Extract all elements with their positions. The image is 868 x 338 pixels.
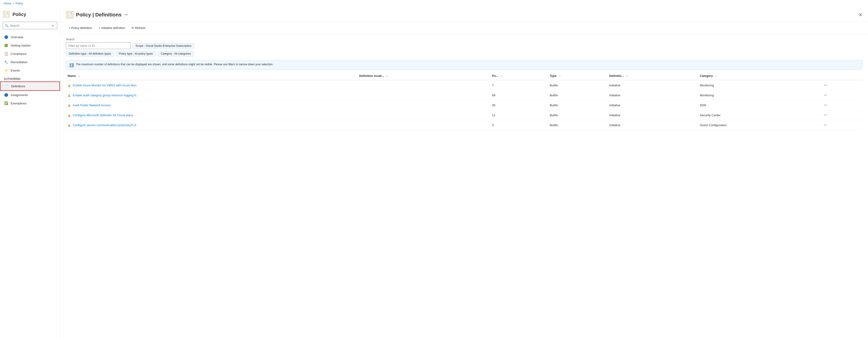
compliance-icon: 📋 [4,52,8,56]
cell-type-4: BuiltIn [548,120,608,130]
type-sort-icon[interactable]: ↑↓ [558,74,561,77]
sidebar-item-label-overview: Overview [11,35,23,39]
cell-policy-count-4: 3 [490,120,548,130]
row-name-link-3[interactable]: Configure Microsoft Defender for Cloud p… [73,113,133,117]
cell-category-4: Guest Configuration [698,120,820,130]
main-layout: 📄 Policy 🔍 « 🔵 Overview 🟢 Getting starte… [0,7,868,338]
row-name-link-0[interactable]: Enable Azure Monitor for VMSS with Azure… [73,83,137,87]
row-more-button-0[interactable]: ··· [822,82,829,88]
sidebar-item-label-assignments: Assignments [11,93,28,97]
sidebar-search-box: 🔍 « [3,22,57,29]
cell-category-3: Security Center [698,110,820,120]
table-row: 🔒 Enable audit category group resource l… [66,90,863,100]
lock-icon-1: 🔒 [68,94,71,97]
category-sort-icon[interactable]: ↑↓ [715,74,717,77]
filters-area: Search Scope : Visual Studio Enterprise … [60,34,868,58]
cell-def-location-3 [358,110,490,120]
breadcrumb-home[interactable]: Home [4,2,11,5]
cell-name-1: 🔒 Enable audit category group resource l… [66,90,358,100]
cell-more-1: ··· [820,90,863,100]
col-actions [820,72,863,80]
table-header-row: Name ↑↓ Definition locati... ↑↓ Po... ↑↓ [66,72,863,80]
row-more-button-1[interactable]: ··· [822,93,829,98]
info-icon: ℹ️ [69,63,74,67]
sidebar-item-definitions[interactable]: 📄 Definitions [0,81,60,91]
filter-row-2: Definition type : All definition types P… [66,51,863,57]
lock-icon-2: 🔒 [68,104,71,107]
table-container: Name ↑↓ Definition locati... ↑↓ Po... ↑↓ [60,72,868,130]
table-row: 🔒 Configure Microsoft Defender for Cloud… [66,110,863,120]
refresh-button[interactable]: ↻ Refresh [129,25,148,31]
toolbar: + Policy definition + Initiative definit… [60,22,868,34]
definition-type-sort-icon[interactable]: ↑↓ [625,74,628,77]
cell-policy-count-3: 11 [490,110,548,120]
app-container: Home > Policy 📄 Policy 🔍 « 🔵 [0,0,868,338]
row-more-button-2[interactable]: ··· [822,103,829,108]
cell-more-4: ··· [820,120,863,130]
cell-name-4: 🔒 Configure secure communication protoco… [66,120,358,130]
sidebar-search-input[interactable] [10,24,49,27]
definition-type-filter-tag[interactable]: Definition type : All definition types [66,51,114,57]
row-more-button-4[interactable]: ··· [822,123,829,128]
name-sort-icon[interactable]: ↑↓ [78,74,80,77]
category-filter-tag[interactable]: Category : All categories [158,51,194,57]
content-area: 📄 Policy | Definitions ··· ✕ + Policy de… [60,7,868,338]
sidebar-item-events[interactable]: ⚡ Events [0,66,60,74]
more-options-button[interactable]: ··· [124,12,128,18]
breadcrumb-current[interactable]: Policy [16,2,23,5]
cell-policy-count-0: 7 [490,80,548,90]
col-definition-type[interactable]: Definitio... ↑↓ [608,72,698,80]
policy-type-filter-tag[interactable]: Policy type : All policy types [116,51,156,57]
definitions-table: Name ↑↓ Definition locati... ↑↓ Po... ↑↓ [66,72,863,130]
cell-policy-count-2: 35 [490,100,548,110]
row-more-button-3[interactable]: ··· [822,112,829,117]
lock-icon-3: 🔒 [68,114,71,117]
sidebar-item-exemptions[interactable]: ✅ Exemptions [0,99,60,107]
sidebar-item-overview[interactable]: 🔵 Overview [0,33,60,41]
table-row: 🔒 Configure secure communication protoco… [66,120,863,130]
sidebar-item-label-compliance: Compliance [11,52,27,56]
row-name-link-1[interactable]: Enable audit category group resource log… [73,94,137,97]
info-message: The maximum number of definitions that c… [76,63,273,66]
cell-def-location-1 [358,90,490,100]
row-name-link-4[interactable]: Configure secure communication protocols… [73,124,136,127]
col-definition-location[interactable]: Definition locati... ↑↓ [358,72,490,80]
scope-filter-tag[interactable]: Scope : Visual Studio Enterprise Subscri… [132,43,194,48]
sidebar-item-label-exemptions: Exemptions [11,102,26,105]
cell-definition-type-4: Initiative [608,120,698,130]
close-button[interactable]: ✕ [859,12,863,18]
cell-def-location-2 [358,100,490,110]
filter-input[interactable] [66,42,131,49]
breadcrumb: Home > Policy [0,0,868,7]
cell-more-0: ··· [820,80,863,90]
initiative-definition-button[interactable]: + Initiative definition [96,25,128,31]
cell-name-2: 🔒 Audit Public Network Access [66,100,358,110]
cell-category-0: Monitoring [698,80,820,90]
filter-row: Scope : Visual Studio Enterprise Subscri… [66,42,863,49]
sidebar-item-compliance[interactable]: 📋 Compliance [0,49,60,58]
collapse-button[interactable]: « [50,23,55,28]
cell-name-3: 🔒 Configure Microsoft Defender for Cloud… [66,110,358,120]
cell-more-2: ··· [820,100,863,110]
exemptions-icon: ✅ [4,101,8,106]
cell-def-location-0 [358,80,490,90]
table-body: 🔒 Enable Azure Monitor for VMSS with Azu… [66,80,863,130]
policy-definition-button[interactable]: + Policy definition [66,25,95,31]
row-name-link-2[interactable]: Audit Public Network Access [72,103,111,107]
sidebar-item-label-definitions: Definitions [11,84,25,88]
cell-definition-type-1: Initiative [608,90,698,100]
authoring-section-label: Authoring [0,74,60,81]
cell-definition-type-2: Initiative [608,100,698,110]
cell-more-3: ··· [820,110,863,120]
sidebar-item-assignments[interactable]: 🔵 Assignments [0,91,60,99]
sidebar-item-getting-started[interactable]: 🟢 Getting started [0,41,60,49]
col-category[interactable]: Category ↑↓ [698,72,820,80]
sidebar-item-remediation[interactable]: 🔧 Remediation [0,58,60,66]
policy-count-sort-icon[interactable]: ↑↓ [500,74,503,77]
col-name[interactable]: Name ↑↓ [66,72,358,80]
definition-location-sort-icon[interactable]: ↑↓ [386,74,389,77]
search-label: Search [66,38,863,41]
col-policy-count[interactable]: Po... ↑↓ [490,72,548,80]
col-type[interactable]: Type ↑↓ [548,72,608,80]
sidebar-title: Policy [12,12,26,17]
